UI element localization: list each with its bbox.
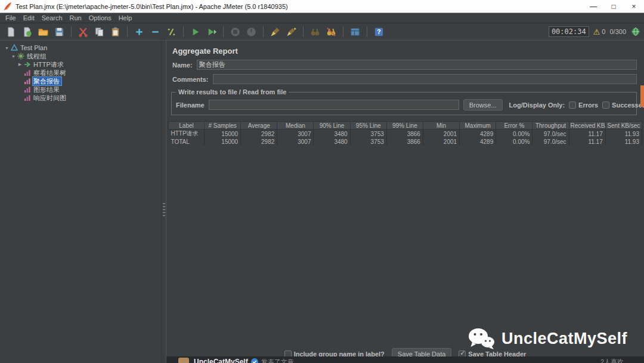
clear-button[interactable] [267,24,283,39]
filename-row: Filename Browse... Log/Display Only: Err… [176,99,632,110]
tree-item-aggregate-report[interactable]: 聚合报告 [0,77,161,85]
help-button[interactable]: ? [371,24,387,39]
cut-scissors-icon [78,26,89,38]
function-helper-icon [349,26,361,38]
templates-button[interactable] [19,24,35,39]
save-button[interactable] [51,24,67,39]
clear-broom-icon [270,26,281,38]
col-throughput: Throughput [532,122,569,130]
browse-button[interactable]: Browse... [463,99,503,110]
verified-badge-icon [251,358,258,363]
table-row-http-request[interactable]: HTTP请求 15000 2982 3007 3480 3753 3866 20… [169,130,642,139]
comments-label: Comments: [172,76,209,83]
clear-all-button[interactable] [283,24,299,39]
menu-edit[interactable]: Edit [20,14,38,21]
errors-option: Errors [569,101,598,109]
expand-arrow-icon[interactable]: ▼ [4,46,10,50]
graph-results-icon [24,86,31,93]
successes-option: Successes [602,101,644,109]
collapse-all-button[interactable] [147,24,163,39]
stop-icon [230,26,241,38]
author-name[interactable]: UncleCatMySelf [194,358,248,363]
table-row-total[interactable]: TOTAL 15000 2982 3007 3480 3753 3866 200… [169,138,642,145]
tree-item-graph-results[interactable]: 图形结果 [0,85,161,94]
function-helper-button[interactable] [347,24,363,39]
clear-all-broom-icon [286,26,297,38]
paste-clipboard-icon [110,26,121,38]
toolbar-separator [343,26,343,37]
collapse-arrow-icon[interactable]: ▶ [17,62,23,67]
response-time-graph-icon [24,94,31,101]
menu-file[interactable]: File [2,14,20,21]
close-button[interactable]: × [624,0,644,13]
panel-splitter[interactable] [161,41,166,363]
tree-item-http-request[interactable]: ▶ HTTP请求 [0,60,161,69]
errors-checkbox[interactable] [569,101,576,109]
maximize-button[interactable]: □ [603,0,624,13]
col-received: Received KB/... [569,122,605,130]
window-controls: — □ × [583,0,644,13]
start-no-pauses-button[interactable] [203,24,219,39]
minimize-button[interactable]: — [583,0,603,13]
aggregate-report-icon [24,78,31,85]
menu-help[interactable]: Help [115,14,136,21]
toggle-slash-icon [166,26,177,38]
menu-search[interactable]: Search [38,14,66,21]
search-button[interactable] [307,24,323,39]
shutdown-button[interactable] [243,24,259,39]
titlebar: Test Plan.jmx (E:\jmeter\apache-jmeter-5… [0,0,644,13]
toolbar: ? 00:02:34 ⚠0 0/300 [0,23,644,41]
svg-text:?: ? [377,29,380,35]
filename-input[interactable] [209,100,459,110]
col-average: Average [241,122,277,130]
table-header-row: Label # Samples Average Median 90% Line … [169,122,642,130]
page-scrollbar-fragment[interactable] [640,85,644,107]
aggregate-report-table: Label # Samples Average Median 90% Line … [168,121,642,145]
filename-label: Filename [176,101,205,109]
jmeter-window: Test Plan.jmx (E:\jmeter\apache-jmeter-5… [0,0,644,363]
expand-all-button[interactable] [131,24,147,39]
col-99-line: 99% Line [386,122,423,130]
new-plan-button[interactable] [3,24,19,39]
name-label: Name: [172,61,193,69]
copy-icon [94,26,105,38]
tree-item-thread-group[interactable]: ▼ 线程组 [0,52,161,60]
toggle-button[interactable] [163,24,179,39]
cut-button[interactable] [75,24,91,39]
search-binoculars-icon [309,26,321,38]
successes-checkbox[interactable] [602,101,609,109]
save-floppy-icon [54,26,65,38]
stop-button[interactable] [227,24,243,39]
toolbar-separator [367,26,367,37]
open-button[interactable] [35,24,51,39]
paste-button[interactable] [107,24,123,39]
watermark: UncleCatMySelf [467,327,627,350]
tree-item-view-results-tree[interactable]: 察看结果树 [0,69,161,77]
name-input[interactable] [197,60,637,70]
start-button[interactable] [187,24,203,39]
wechat-icon [467,327,495,350]
aggregate-report-panel: Aggregate Report Name: Comments: Write r… [166,41,644,363]
comments-input[interactable] [213,74,637,84]
splitter-grip[interactable] [163,203,165,216]
expand-arrow-icon[interactable]: ▼ [10,54,17,59]
log-warning-indicator[interactable]: ⚠0 [593,28,606,36]
window-title: Test Plan.jmx (E:\jmeter\apache-jmeter-5… [16,3,288,10]
page-footer-strip: UncleCatMySelf 发表了文章 2人喜欢 [166,356,644,363]
menu-options[interactable]: Options [85,14,115,21]
col-median: Median [277,122,314,130]
search-reset-button[interactable] [323,24,339,39]
copy-button[interactable] [91,24,107,39]
tree-item-response-time-graph[interactable]: 响应时间图 [0,94,161,102]
panel-title: Aggregate Report [172,47,644,56]
toolbar-separator [183,26,184,37]
test-plan-icon [11,44,18,51]
thread-group-icon [17,53,24,60]
watermark-text: UncleCatMySelf [501,330,627,348]
comments-row: Comments: [172,74,637,84]
tree-item-test-plan[interactable]: ▼ Test Plan [0,44,161,52]
warning-count: 0 [602,28,605,35]
menu-run[interactable]: Run [66,14,85,21]
warning-icon: ⚠ [593,28,600,36]
col-95-line: 95% Line [350,122,386,130]
